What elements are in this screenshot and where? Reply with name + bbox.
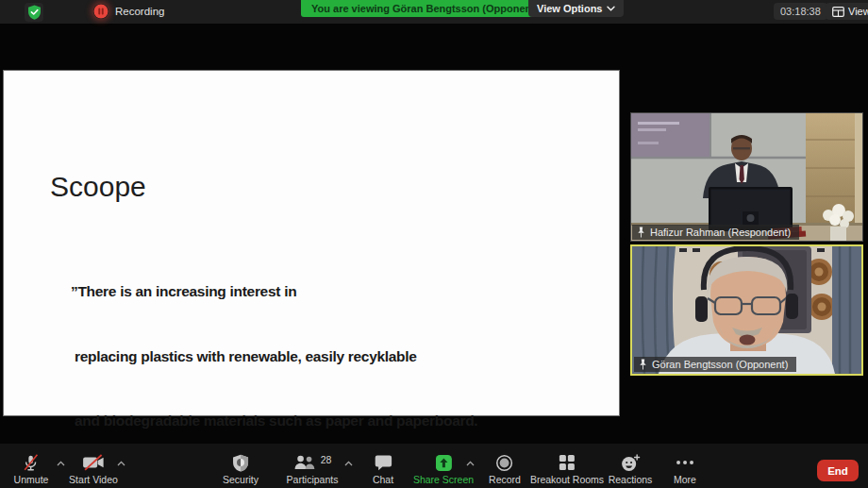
unmute-button[interactable]: Unmute [14,454,49,485]
participant-name: Hafizur Rahman (Respondent) [650,227,791,238]
share-screen-button[interactable]: Share Screen [413,454,474,485]
microphone-muted-icon [22,453,41,472]
record-label: Record [489,474,521,485]
meeting-timer-value: 03:18:38 [780,6,821,17]
top-bar: Recording You are viewing Göran Bengtsso… [0,0,868,24]
audio-options-caret[interactable] [57,461,65,466]
unmute-label: Unmute [14,474,49,485]
meeting-info-shield-button[interactable] [25,3,43,22]
video-frame-webcam [632,246,861,374]
start-video-button[interactable]: Start Video [69,454,118,485]
recording-label: Recording [115,6,164,17]
security-button[interactable]: Security [223,454,259,485]
end-meeting-label: End [827,465,848,477]
video-off-icon [82,454,105,471]
security-shield-icon [232,454,249,472]
video-frame-lecture-room [631,113,862,241]
participant-name: Göran Bengtsson (Opponent) [652,359,788,370]
reactions-label: Reactions [609,474,653,485]
record-icon [495,454,513,472]
video-tile-hafizur-rahman[interactable]: Hafizur Rahman (Respondent) [630,112,863,242]
record-button[interactable]: Record [489,454,521,485]
video-tile-goran-bengtsson-active-speaker[interactable]: Göran Bengtsson (Opponent) [630,244,863,376]
share-options-caret[interactable] [466,461,475,466]
quote-line: and biodegradable materials such as pape… [71,411,520,432]
participants-icon [293,454,318,471]
pin-icon [637,227,645,238]
participant-name-tag: Göran Bengtsson (Opponent) [634,357,796,372]
breakout-rooms-icon [559,454,576,471]
meeting-timer: 03:18:38 [774,3,827,20]
chat-label: Chat [373,474,393,485]
view-layout-label: View [848,6,868,17]
more-button[interactable]: More [674,454,696,485]
view-options-button[interactable]: View Options [528,0,624,17]
breakout-rooms-button[interactable]: Breakout Rooms [530,454,604,485]
breakout-rooms-label: Breakout Rooms [530,474,604,485]
recording-pause-icon[interactable] [93,4,108,19]
slide-title: Scoope [50,171,146,203]
participants-label: Participants [287,474,339,485]
more-dots-icon [676,460,694,465]
recording-indicator: Recording [93,4,164,19]
chat-bubble-icon [375,454,392,471]
participants-button[interactable]: 28 Participants [287,454,339,485]
participants-options-caret[interactable] [344,461,353,466]
pin-icon [639,359,647,370]
quote-line: replacing plastics with renewable, easil… [71,346,520,368]
zoom-meeting-window: Recording You are viewing Göran Bengtsso… [0,0,868,488]
end-meeting-button[interactable]: End [817,460,859,481]
quote-line: ”There is an increasing interest in [71,281,520,303]
chevron-down-icon [607,6,615,11]
gallery-view-icon [832,7,844,17]
participants-count: 28 [321,454,332,465]
shared-screen-slide: Scoope ”There is an increasing interest … [3,70,620,416]
video-options-caret[interactable] [117,461,125,466]
security-label: Security [223,474,259,485]
shield-check-icon [27,5,42,20]
start-video-label: Start Video [69,474,118,485]
share-screen-icon [436,455,452,471]
reactions-smiley-icon [620,454,640,472]
chat-button[interactable]: Chat [373,454,393,485]
participant-name-tag: Hafizur Rahman (Respondent) [632,225,799,240]
view-options-label: View Options [537,3,602,14]
view-layout-button[interactable]: View [826,3,868,20]
reactions-button[interactable]: Reactions [609,454,653,485]
share-screen-label: Share Screen [413,474,474,485]
more-label: More [674,474,696,485]
